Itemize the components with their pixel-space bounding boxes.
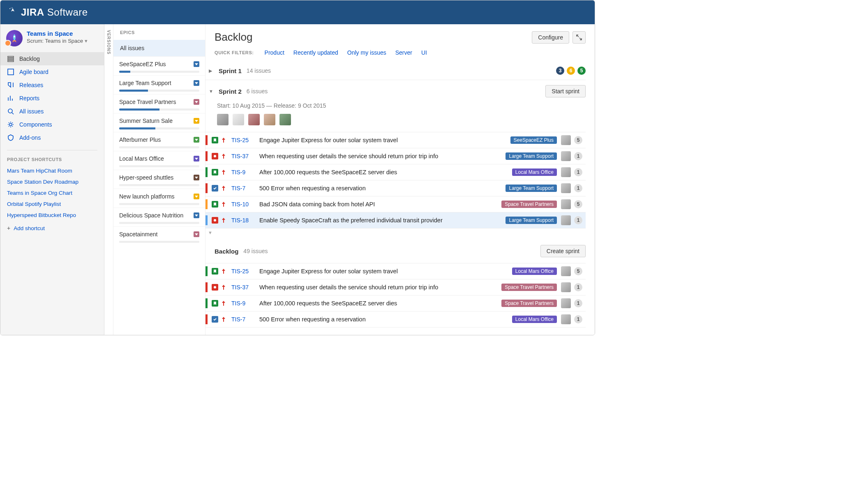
issue-row[interactable]: TIS-37When requesting user details the s… [205, 279, 586, 295]
issue-key[interactable]: TIS-37 [231, 284, 254, 291]
filter-link[interactable]: Server [395, 49, 412, 56]
epic-item[interactable]: Spacetainment [113, 226, 205, 245]
sprint1-header[interactable]: ▶ Sprint 1 14 issues 3 6 5 [205, 62, 586, 80]
nav-item-all-issues[interactable]: All issues [0, 105, 104, 118]
epic-dropdown-icon[interactable] [194, 194, 199, 199]
shortcut-link[interactable]: Hyperspeed Bitbucket Repo [7, 210, 97, 221]
assignee-avatar[interactable] [561, 199, 571, 209]
issue-key[interactable]: TIS-10 [231, 201, 254, 208]
epic-item[interactable]: Delicious Space Nutrition [113, 208, 205, 226]
shortcut-link[interactable]: Space Station Dev Roadmap [7, 176, 97, 187]
epic-dropdown-icon[interactable] [194, 212, 199, 218]
filter-link[interactable]: Recently updated [293, 49, 338, 56]
issue-key[interactable]: TIS-25 [231, 268, 254, 275]
chevron-down-icon[interactable]: ▼ [205, 228, 210, 235]
epic-item[interactable]: Local Mars Office [113, 151, 205, 170]
epic-dropdown-icon[interactable] [194, 118, 199, 124]
avatar[interactable] [264, 114, 275, 125]
svg-point-3 [14, 36, 15, 37]
avatar[interactable] [279, 114, 291, 125]
project-subtitle[interactable]: Scrum: Teams in Space▾ [27, 38, 88, 44]
issue-key[interactable]: TIS-7 [231, 316, 254, 323]
issue-key[interactable]: TIS-18 [231, 217, 254, 224]
assignee-avatar[interactable] [561, 298, 571, 308]
epic-item[interactable]: Summer Saturn Sale [113, 113, 205, 132]
epic-all-issues[interactable]: All issues [113, 40, 205, 56]
nav-item-releases[interactable]: Releases [0, 78, 104, 92]
nav-item-backlog[interactable]: Backlog [0, 52, 104, 65]
svg-point-11 [214, 219, 216, 222]
issue-row[interactable]: TIS-10Bad JSON data coming back from hot… [205, 196, 586, 212]
epic-tag[interactable]: Local Mars Office [512, 168, 557, 176]
assignee-avatar[interactable] [561, 314, 571, 324]
epic-tag[interactable]: Large Team Support [506, 152, 557, 160]
epic-item[interactable]: Space Travel Partners [113, 94, 205, 113]
issue-row[interactable]: TIS-7500 Error when requesting a reserva… [205, 311, 586, 328]
assignee-avatar[interactable] [561, 135, 571, 145]
issue-row[interactable]: TIS-25Engage Jupiter Express for outer s… [205, 132, 586, 148]
assignee-avatar[interactable] [561, 282, 571, 292]
issue-key[interactable]: TIS-37 [231, 153, 254, 159]
issue-key[interactable]: TIS-7 [231, 185, 254, 192]
assignee-avatar[interactable] [561, 167, 571, 177]
filter-link[interactable]: Only my issues [347, 49, 386, 56]
nav-item-reports[interactable]: Reports [0, 92, 104, 105]
shortcut-link[interactable]: Orbital Spotify Playlist [7, 198, 97, 210]
issue-row[interactable]: TIS-18Enable Speedy SpaceCraft as the pr… [205, 212, 586, 228]
issue-row[interactable]: TIS-9After 100,000 requests the SeeSpace… [205, 164, 586, 180]
epic-tag[interactable]: Local Mars Office [512, 316, 557, 323]
epic-dropdown-icon[interactable] [194, 80, 199, 86]
fullscreen-button[interactable] [573, 31, 586, 44]
sprint2-header[interactable]: ▼ Sprint 2 6 issues Start sprint [205, 80, 586, 102]
epic-tag[interactable]: Space Travel Partners [501, 300, 557, 307]
nav-item-components[interactable]: Components [0, 118, 104, 131]
assignee-avatar[interactable] [561, 266, 571, 276]
issue-key[interactable]: TIS-9 [231, 300, 254, 307]
nav-item-agile-board[interactable]: Agile board [0, 65, 104, 78]
estimate-badge: 1 [574, 299, 582, 307]
epic-tag[interactable]: Large Team Support [506, 185, 557, 192]
shortcut-link[interactable]: Teams in Space Org Chart [7, 187, 97, 198]
epic-dropdown-icon[interactable] [194, 175, 199, 180]
epic-tag[interactable]: Space Travel Partners [501, 201, 557, 208]
issue-row[interactable]: TIS-7500 Error when requesting a reserva… [205, 180, 586, 196]
assignee-avatar[interactable] [561, 151, 571, 161]
start-sprint-button[interactable]: Start sprint [545, 85, 586, 97]
create-sprint-button[interactable]: Create sprint [540, 245, 586, 257]
filter-link[interactable]: Product [265, 49, 284, 56]
epic-item[interactable]: Large Team Support [113, 75, 205, 94]
issue-row[interactable]: TIS-9After 100,000 requests the SeeSpace… [205, 295, 586, 311]
avatar[interactable] [248, 114, 260, 125]
nav-item-add-ons[interactable]: Add-ons [0, 131, 104, 144]
epic-item[interactable]: New launch platforms [113, 189, 205, 208]
epic-tag[interactable]: Large Team Support [506, 217, 557, 224]
avatar[interactable] [217, 114, 229, 125]
epic-dropdown-icon[interactable] [194, 61, 199, 67]
epic-dropdown-icon[interactable] [194, 137, 199, 143]
avatar[interactable] [233, 114, 244, 125]
configure-button[interactable]: Configure [532, 31, 569, 44]
issue-row[interactable]: TIS-25Engage Jupiter Express for outer s… [205, 263, 586, 279]
chevron-right-icon[interactable]: ▶ [209, 68, 214, 74]
project-header[interactable]: Teams in Space Scrum: Teams in Space▾ [0, 24, 104, 51]
issue-key[interactable]: TIS-25 [231, 137, 254, 143]
project-name[interactable]: Teams in Space [27, 30, 88, 37]
chevron-down-icon[interactable]: ▼ [209, 89, 214, 94]
versions-rail[interactable]: VERSIONS [104, 24, 113, 335]
filter-link[interactable]: UI [421, 49, 427, 56]
epic-dropdown-icon[interactable] [194, 231, 199, 237]
epic-item[interactable]: SeeSpaceEZ Plus [113, 56, 205, 75]
issue-row[interactable]: TIS-37When requesting user details the s… [205, 148, 586, 164]
epic-tag[interactable]: SeeSpaceEZ Plus [510, 136, 557, 144]
add-shortcut-link[interactable]: +Add shortcut [0, 221, 104, 235]
assignee-avatar[interactable] [561, 183, 571, 193]
assignee-avatar[interactable] [561, 215, 571, 225]
issue-key[interactable]: TIS-9 [231, 169, 254, 175]
epic-item[interactable]: Hyper-speed shuttles [113, 170, 205, 189]
epic-item[interactable]: Afterburner Plus [113, 132, 205, 151]
epic-tag[interactable]: Space Travel Partners [501, 284, 557, 291]
shortcut-link[interactable]: Mars Team HipChat Room [7, 165, 97, 176]
epic-dropdown-icon[interactable] [194, 99, 199, 105]
epic-tag[interactable]: Local Mars Office [512, 268, 557, 275]
epic-dropdown-icon[interactable] [194, 156, 199, 162]
